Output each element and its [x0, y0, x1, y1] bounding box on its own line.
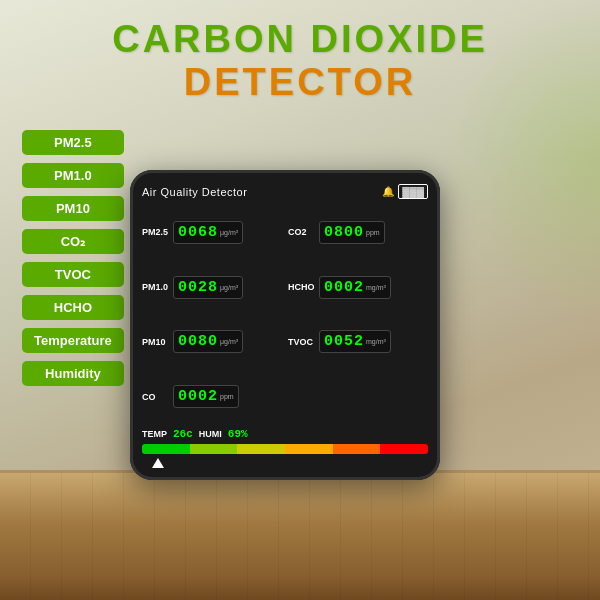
reading-label: PM10: [142, 337, 170, 347]
reading-value: 0068: [178, 224, 218, 241]
battery-icon: ▓▓▓: [398, 184, 428, 199]
reading-value-box: 0028 μg/m³: [173, 276, 243, 299]
indicator-row: [142, 458, 428, 468]
humi-label: HUMI: [199, 429, 222, 439]
reading-value-box: 0068 μg/m³: [173, 221, 243, 244]
temp-value: 26c: [173, 428, 193, 440]
reading-row-right-2: TVOC 0052 mg/m³: [288, 317, 428, 368]
title-line1: CARBON DIOXIDE: [0, 18, 600, 61]
reading-unit: mg/m³: [366, 284, 386, 291]
reading-value: 0800: [324, 224, 364, 241]
wood-grain: [0, 473, 600, 600]
badge-pm25: PM2.5: [22, 130, 124, 155]
color-segment-3: [285, 444, 333, 454]
reading-row-right-1: HCHO 0002 mg/m³: [288, 262, 428, 313]
reading-unit: ppm: [366, 229, 380, 236]
air-quality-color-bar: [142, 444, 428, 454]
wood-surface: [0, 470, 600, 600]
reading-value: 0080: [178, 333, 218, 350]
readings-grid: PM2.5 0068 μg/m³ CO2 0800 ppm PM1.0 0028…: [142, 207, 428, 422]
device-header: Air Quality Detector 🔔 ▓▓▓: [142, 184, 428, 199]
color-segment-4: [333, 444, 381, 454]
reading-unit: ppm: [220, 393, 234, 400]
reading-value-box: 0052 mg/m³: [319, 330, 391, 353]
reading-value-box: 0800 ppm: [319, 221, 385, 244]
device-wrapper: Air Quality Detector 🔔 ▓▓▓ PM2.5 0068 μg…: [130, 170, 440, 480]
reading-unit: mg/m³: [366, 338, 386, 345]
temp-label: TEMP: [142, 429, 167, 439]
badge-tvoc: TVOC: [22, 262, 124, 287]
reading-unit: μg/m³: [220, 284, 238, 291]
air-quality-device: Air Quality Detector 🔔 ▓▓▓ PM2.5 0068 μg…: [130, 170, 440, 480]
reading-label: PM1.0: [142, 282, 170, 292]
device-icons: 🔔 ▓▓▓: [382, 184, 428, 199]
color-segment-5: [380, 444, 428, 454]
badge-pm10: PM10: [22, 196, 124, 221]
reading-unit: μg/m³: [220, 338, 238, 345]
reading-row-right-0: CO2 0800 ppm: [288, 207, 428, 258]
reading-label: HCHO: [288, 282, 316, 292]
reading-value: 0002: [178, 388, 218, 405]
reading-unit: μg/m³: [220, 229, 238, 236]
device-title: Air Quality Detector: [142, 186, 247, 198]
reading-value: 0002: [324, 279, 364, 296]
reading-label: CO: [142, 392, 170, 402]
reading-row-left-0: PM2.5 0068 μg/m³: [142, 207, 282, 258]
reading-value-box: 0002 mg/m³: [319, 276, 391, 299]
reading-value-box: 0002 ppm: [173, 385, 239, 408]
reading-row-left-1: PM1.0 0028 μg/m³: [142, 262, 282, 313]
reading-label: TVOC: [288, 337, 316, 347]
title-area: CARBON DIOXIDE DETECTOR: [0, 18, 600, 104]
reading-label: CO2: [288, 227, 316, 237]
title-line2: DETECTOR: [0, 61, 600, 104]
reading-label: PM2.5: [142, 227, 170, 237]
badge-co: CO₂: [22, 229, 124, 254]
reading-value-box: 0080 μg/m³: [173, 330, 243, 353]
humi-value: 69%: [228, 428, 248, 440]
temp-humi-row: TEMP 26c HUMI 69%: [142, 428, 428, 440]
reading-row-left-2: PM10 0080 μg/m³: [142, 317, 282, 368]
reading-value: 0028: [178, 279, 218, 296]
badge-hcho: HCHO: [22, 295, 124, 320]
reading-value: 0052: [324, 333, 364, 350]
color-segment-0: [142, 444, 190, 454]
reading-row-left-3: CO 0002 ppm: [142, 371, 282, 422]
badge-humidity: Humidity: [22, 361, 124, 386]
color-segment-2: [237, 444, 285, 454]
color-segment-1: [190, 444, 238, 454]
badge-temperature: Temperature: [22, 328, 124, 353]
badges-list: PM2.5PM1.0PM10CO₂TVOCHCHOTemperatureHumi…: [22, 130, 124, 386]
device-bottom: TEMP 26c HUMI 69%: [142, 428, 428, 468]
reading-row-right-3: [288, 371, 428, 422]
speaker-icon: 🔔: [382, 186, 394, 197]
badge-pm10: PM1.0: [22, 163, 124, 188]
triangle-indicator: [152, 458, 164, 468]
